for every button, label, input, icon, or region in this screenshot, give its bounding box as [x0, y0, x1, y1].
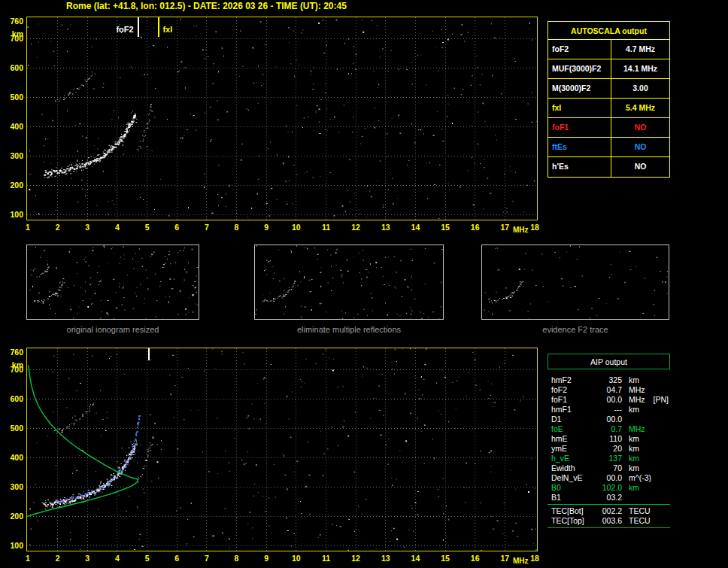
- bottom-x-tick-label: 17: [497, 554, 512, 563]
- top-x-tick-label: 1: [20, 223, 35, 232]
- param-unit: km: [622, 375, 651, 385]
- top-x-tick-label: 10: [289, 223, 304, 232]
- param-flag: [651, 454, 670, 463]
- param-label: Ewidth: [551, 463, 595, 473]
- param-label: h_vE: [551, 454, 595, 463]
- param-value: 325: [595, 375, 622, 385]
- param-unit: [622, 415, 651, 424]
- aip-row-hmF1: hmF1---km: [548, 405, 670, 415]
- param-value: NO: [611, 138, 669, 156]
- param-label: foE: [551, 424, 595, 434]
- autoscala-row-MUF(3000)F2: MUF(3000)F214.1 MHz: [548, 59, 669, 79]
- param-unit: MHz: [622, 424, 651, 434]
- param-unit: km: [622, 483, 651, 493]
- param-value: NO: [611, 157, 669, 177]
- top-x-tick-label: 3: [80, 223, 95, 232]
- bottom-y-unit-label: km: [5, 360, 23, 369]
- param-flag: [651, 434, 670, 444]
- param-unit: km: [622, 463, 651, 473]
- param-value: 003.6: [595, 516, 622, 526]
- bottom-x-tick-label: 1: [20, 554, 35, 563]
- param-value: 137: [595, 454, 622, 463]
- param-flag: [651, 405, 670, 415]
- top-y-tick-label: 600: [3, 63, 23, 72]
- top-x-tick-label: 2: [50, 223, 65, 232]
- bottom-x-tick-label: 10: [289, 554, 304, 563]
- param-value: 00.0: [595, 473, 622, 483]
- top-x-tick-label: 11: [318, 223, 333, 232]
- top-x-tick-label: 16: [468, 223, 483, 232]
- bottom-y-tick-label: 500: [3, 424, 23, 433]
- param-value: 00.0: [595, 415, 622, 424]
- autoscala-row-M(3000)F2: M(3000)F23.00: [548, 79, 669, 99]
- bottom-x-tick-label: 5: [140, 554, 155, 563]
- bottom-x-tick-label: 8: [229, 554, 244, 563]
- top-y-unit-label: km: [5, 29, 23, 38]
- param-flag: [651, 444, 670, 454]
- bottom-y-tick-label: 100: [3, 541, 23, 550]
- param-unit: m^(-3): [622, 473, 651, 483]
- aip-output-table: AIP outputhmF2325kmfoF204.7MHzfoF100.0MH…: [548, 354, 670, 530]
- param-label: foF1: [548, 118, 611, 137]
- top-x-tick-label: 5: [140, 223, 155, 232]
- aip-divider: [548, 504, 670, 505]
- bottom-x-tick-label: 2: [50, 554, 65, 563]
- top-y-tick-label: 400: [3, 122, 23, 131]
- param-unit: km: [622, 434, 651, 444]
- aip-row-B1: B103.2: [548, 493, 670, 503]
- aip-row-foF2: foF204.7MHz: [548, 385, 670, 395]
- window-title: Rome (lat: +41.8, lon: 012.5) - DATE: 20…: [66, 1, 347, 11]
- top-x-unit-label: MHz: [513, 226, 538, 234]
- top-x-tick-label: 4: [110, 223, 125, 232]
- bottom-x-tick-label: 11: [318, 554, 333, 563]
- param-value: NO: [611, 118, 669, 137]
- param-value: 14.1 MHz: [611, 59, 669, 78]
- param-value: 20: [595, 444, 622, 454]
- aip-row-hmF2: hmF2325km: [548, 375, 670, 385]
- autoscala-window: Rome (lat: +41.8, lon: 012.5) - DATE: 20…: [0, 0, 728, 568]
- param-label: hmF1: [551, 405, 595, 415]
- top-x-tick-label: 9: [259, 223, 274, 232]
- top-x-tick-label: 15: [438, 223, 453, 232]
- bottom-y-tick-label: 300: [3, 482, 23, 491]
- bottom-x-tick-label: 9: [259, 554, 274, 563]
- param-label: foF2: [548, 40, 611, 59]
- svg-text:fxI: fxI: [162, 25, 172, 34]
- aip-row-h_vE: h_vE137km: [548, 454, 670, 463]
- param-flag: [651, 483, 670, 493]
- bottom-x-tick-label: 15: [438, 554, 453, 563]
- thumbnail-canvas: [482, 245, 669, 319]
- param-value: ---: [595, 405, 622, 415]
- param-value: 4.7 MHz: [611, 40, 669, 59]
- param-label: fxI: [548, 99, 611, 117]
- param-flag: [651, 415, 670, 424]
- param-value: 110: [595, 434, 622, 444]
- param-unit: km: [622, 454, 651, 463]
- top-y-tick-label: 300: [3, 151, 23, 160]
- thumbnail-1: original ionogram resized: [26, 245, 199, 320]
- autoscala-output-table: AUTOSCALA outputfoF24.7 MHzMUF(3000)F214…: [548, 21, 670, 178]
- top-x-tick-label: 13: [378, 223, 393, 232]
- param-unit: MHz: [622, 395, 651, 405]
- aip-row-DelN_vE: DelN_vE00.0m^(-3): [548, 473, 670, 483]
- param-flag: [651, 385, 670, 395]
- bottom-x-tick-label: 16: [468, 554, 483, 563]
- bottom-x-tick-label: 6: [169, 554, 184, 563]
- aip-row-foF1: foF100.0MHz[PN]: [548, 395, 670, 405]
- top-y-tick-label: 200: [3, 181, 23, 190]
- param-flag: [651, 463, 670, 473]
- param-label: TEC[Top]: [551, 516, 595, 526]
- param-flag: [651, 516, 670, 526]
- bottom-x-tick-label: 13: [378, 554, 393, 563]
- thumbnail-caption: original ionogram resized: [27, 325, 199, 334]
- top-ionogram-plot: foF2fxI: [26, 17, 538, 220]
- aip-row-TEC[Top]: TEC[Top]003.6TECU: [548, 516, 670, 526]
- param-unit: TECU: [622, 506, 651, 516]
- param-unit: MHz: [622, 385, 651, 395]
- top-x-tick-label: 7: [199, 223, 214, 232]
- param-label: D1: [551, 415, 595, 424]
- aip-row-hmE: hmE110km: [548, 434, 670, 444]
- bottom-ionogram-canvas: [27, 348, 537, 551]
- bottom-y-tick-label: 600: [3, 394, 23, 403]
- bottom-x-tick-label: 12: [348, 554, 363, 563]
